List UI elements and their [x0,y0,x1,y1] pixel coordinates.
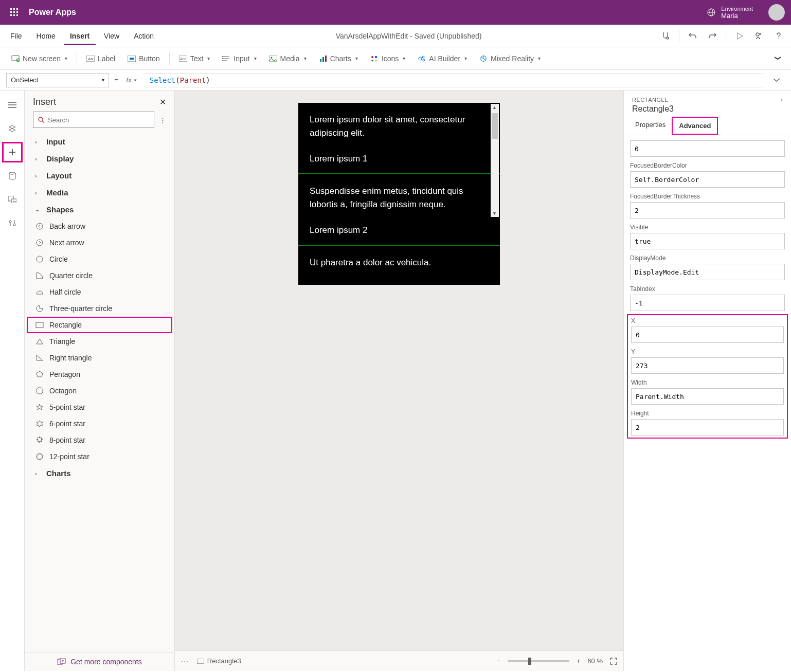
text-icon: Abc [179,55,187,63]
get-more-components[interactable]: Get more components [25,652,174,671]
formula-expand-icon[interactable] [768,78,785,82]
zoom-slider[interactable] [508,660,569,662]
menu-action[interactable]: Action [128,27,160,45]
close-icon[interactable]: ✕ [159,97,166,107]
input-displaymode[interactable] [630,264,785,280]
shape-back-arrow[interactable]: Back arrow [25,218,174,234]
formula-input[interactable]: Select(Parent) [145,73,763,87]
menu-home[interactable]: Home [30,27,62,45]
input-x[interactable] [631,326,784,343]
category-charts[interactable]: ›Charts [25,465,174,482]
environment-name: Maria [721,12,753,20]
category-layout[interactable]: ›Layout [25,167,174,184]
shape-pentagon[interactable]: Pentagon [25,366,174,383]
search-field[interactable] [48,116,150,124]
gallery-item-3[interactable]: Ut pharetra a dolor ac vehicula. [298,246,500,285]
ribbon-text[interactable]: AbcText▾ [174,51,215,66]
svg-point-43 [37,256,43,262]
ribbon-collapse-icon[interactable] [770,53,785,64]
chevron-right-icon[interactable]: › [781,96,783,103]
search-input[interactable] [33,112,154,128]
label-height: Height [631,410,784,417]
rail-insert-icon[interactable] [2,142,23,162]
menu-insert[interactable]: Insert [64,27,96,45]
ribbon-button[interactable]: Button [122,51,165,66]
shape-half-circle[interactable]: Half circle [25,284,174,300]
gallery-item-2[interactable]: Suspendisse enim metus, tincidunt quis l… [298,174,500,245]
fit-icon[interactable] [610,658,617,665]
gallery-item-1[interactable]: Lorem ipsum dolor sit amet, consectetur … [298,103,500,173]
shape-circle[interactable]: Circle [25,251,174,267]
canvas[interactable]: ▲ ▼ Lorem ipsum dolor sit amet, consecte… [175,90,623,650]
shape-6-point-star[interactable]: 6-point star [25,415,174,432]
zoom-out-icon[interactable]: − [496,657,500,665]
ribbon-input[interactable]: Input▾ [217,51,261,66]
zoom-in-icon[interactable]: + [577,657,581,665]
play-icon[interactable] [731,28,748,44]
input-focusedborderthickness[interactable] [630,202,785,219]
status-more-icon[interactable]: ··· [181,657,190,665]
field-first[interactable] [630,140,785,157]
input-height[interactable] [631,419,784,435]
control-name: Rectangle3 [624,104,791,117]
svg-rect-3 [10,11,12,13]
svg-point-30 [371,56,373,58]
svg-text:Aa: Aa [88,57,93,61]
svg-point-23 [222,58,223,59]
item-subtitle: Lorem ipsum 1 [310,154,489,164]
shape-8-point-star[interactable]: 8-point star [25,432,174,448]
ribbon-icons-label: Icons [382,55,399,63]
input-visible[interactable] [630,233,785,249]
menu-file[interactable]: File [4,27,28,45]
app-checker-icon[interactable] [657,28,674,44]
help-icon[interactable] [770,28,787,44]
ribbon-charts-label: Charts [330,55,351,63]
input-width[interactable] [631,388,784,405]
svg-point-38 [9,221,11,223]
shape-right-triangle[interactable]: Right triangle [25,350,174,366]
rail-tree-icon[interactable] [2,118,23,139]
ribbon-media[interactable]: Media▾ [264,51,312,66]
category-display[interactable]: ›Display [25,150,174,167]
waffle-icon[interactable] [6,4,23,21]
category-media[interactable]: ›Media [25,184,174,201]
avatar[interactable] [768,4,785,21]
breadcrumb[interactable]: Rectangle3 [197,657,241,665]
rail-settings-icon[interactable] [2,213,23,233]
fx-icon[interactable]: fx▾ [123,76,139,84]
environment-picker[interactable]: Environment Maria [707,6,753,20]
tab-properties[interactable]: Properties [629,117,672,135]
undo-icon[interactable] [685,28,701,44]
svg-rect-27 [320,59,321,62]
shape-quarter-circle[interactable]: Quarter circle [25,267,174,284]
menu-view[interactable]: View [98,27,125,45]
ribbon-charts[interactable]: Charts▾ [314,51,363,66]
property-selector[interactable]: OnSelect ▾ [6,73,109,87]
redo-icon[interactable] [704,28,721,44]
shape-12-point-star[interactable]: 12-point star [25,448,174,465]
ribbon-label[interactable]: AaLabel [81,51,120,66]
tab-advanced[interactable]: Advanced [672,117,718,135]
rail-media-icon[interactable] [2,189,23,210]
input-focusedbordercolor[interactable] [630,171,785,188]
input-y[interactable] [631,357,784,374]
shape-5-point-star[interactable]: 5-point star [25,399,174,415]
share-icon[interactable] [751,28,767,44]
shape-next-arrow[interactable]: Next arrow [25,234,174,251]
category-input[interactable]: ›Input [25,133,174,150]
ribbon-new-screen[interactable]: New screen▾ [6,51,73,66]
input-icon [222,55,230,63]
shape-triangle[interactable]: Triangle [25,333,174,350]
shape-three-quarter-circle[interactable]: Three-quarter circle [25,300,174,317]
ribbon-icons[interactable]: Icons▾ [365,51,410,66]
category-shapes[interactable]: ⌄Shapes [25,201,174,218]
shape-octagon[interactable]: Octagon [25,383,174,399]
shape-rectangle[interactable]: Rectangle [27,317,172,333]
ribbon-ai-builder[interactable]: AI Builder▾ [412,51,472,66]
rail-data-icon[interactable] [2,166,23,186]
phone-screen[interactable]: ▲ ▼ Lorem ipsum dolor sit amet, consecte… [298,103,500,285]
more-icon[interactable]: ⋮ [159,116,166,124]
ribbon-mixed-reality[interactable]: Mixed Reality▾ [474,51,546,66]
input-tabindex[interactable] [630,295,785,311]
rail-hamburger-icon[interactable] [2,95,23,115]
